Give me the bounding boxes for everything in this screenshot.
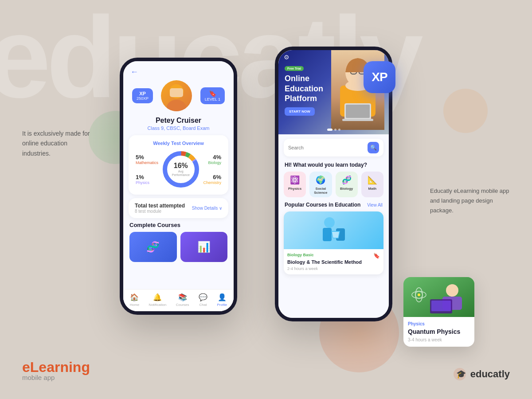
bio-label: 4% Biology: [203, 154, 221, 165]
biology-subject-label: Biology: [340, 187, 353, 191]
course-card-biology[interactable]: Biology Basic 🔖 Biology & The Scientific…: [284, 211, 383, 274]
svg-rect-29: [431, 301, 451, 311]
math-subject-icon: 📐: [363, 175, 382, 185]
xp-float-text: XP: [372, 70, 387, 84]
decorative-circle-peach: [443, 89, 488, 133]
total-test-subtitle: 8 test module: [135, 209, 185, 214]
nav-home[interactable]: 🏠 Home: [130, 293, 139, 307]
settings-icon[interactable]: ⚙: [284, 54, 289, 61]
complete-courses: Complete Courses 🧬 📊: [129, 222, 228, 262]
right-description: Educatly eLearning mobile app and landin…: [430, 186, 510, 215]
popular-courses-header: Popular Courses in Education View All: [278, 202, 389, 211]
chem-label: 6% Chemistry: [203, 174, 221, 185]
nav-home-label: Home: [130, 303, 139, 307]
physics-subject: Physics: [136, 180, 158, 185]
biology-course-image: [284, 211, 383, 249]
dot-2[interactable]: [334, 129, 336, 131]
svg-rect-4: [170, 88, 183, 97]
bio-subject: Biology: [203, 160, 221, 165]
total-test-card: Total test attempted 8 test module Show …: [129, 198, 228, 218]
math-pct: 5%: [136, 154, 144, 160]
floating-card-image: [403, 277, 474, 317]
weekly-test-title: Weekly Test Overview: [134, 141, 223, 146]
svg-rect-15: [346, 105, 370, 118]
svg-rect-22: [323, 228, 332, 241]
nav-profile[interactable]: 👤 Profile: [217, 293, 227, 307]
chat-icon: 💬: [199, 293, 207, 301]
floating-card-time: 3-4 hours a week: [408, 337, 470, 342]
donut-center: 16% AvgPerformance: [172, 162, 190, 177]
floating-card-body: Physics Quantum Physics 3-4 hours a week: [403, 317, 474, 347]
svg-point-20: [324, 217, 335, 228]
subject-physics[interactable]: ⚛️ Physics: [284, 172, 306, 197]
physics-subject-label: Physics: [288, 187, 301, 191]
nav-chat-label: Chat: [200, 303, 207, 307]
profile-name: Petey Cruiser: [123, 117, 234, 125]
physics-label: 1% Physics: [136, 174, 158, 185]
subject-social-science[interactable]: 🌍 Social Science: [309, 172, 332, 197]
course-card-dna[interactable]: 🧬: [129, 232, 177, 262]
subject-biology[interactable]: 🧬 Biology: [336, 172, 358, 197]
floating-course-card[interactable]: Physics Quantum Physics 3-4 hours a week: [403, 277, 474, 347]
courses-row: 🧬 📊: [129, 232, 227, 262]
popular-title: Popular Courses in Education: [285, 202, 360, 208]
weekly-test-card: Weekly Test Overview 5% Mathematics 1% P…: [129, 135, 228, 195]
notification-icon: 🔔: [153, 293, 162, 301]
left-description: It is exclusively made for online educat…: [22, 129, 93, 158]
avg-pct: 16%: [174, 162, 188, 169]
left-phone: ← XP 250XP 🔖 LEVEL 1 Petey Cruiser Class…: [120, 58, 237, 315]
biology-tag: Biology Basic: [287, 253, 314, 257]
svg-point-26: [446, 284, 458, 297]
physics-subject-icon: ⚛️: [286, 175, 304, 185]
subject-math[interactable]: 📐 Math: [361, 172, 383, 197]
social-science-icon: 🌍: [311, 175, 330, 185]
subjects-row: ⚛️ Physics 🌍 Social Science 🧬 Biology 📐 …: [278, 172, 389, 202]
physics-pct: 1%: [136, 174, 144, 180]
level-text: LEVEL 1: [205, 97, 220, 102]
nav-notification[interactable]: 🔔 Notification: [149, 293, 167, 307]
search-input[interactable]: [288, 145, 368, 150]
home-icon: 🏠: [130, 293, 139, 301]
courses-icon: 📚: [178, 293, 187, 301]
biology-course-time: 2-4 hours a week: [287, 266, 380, 271]
level-badge: 🔖 LEVEL 1: [200, 87, 225, 104]
nav-courses-label: Courses: [176, 303, 189, 307]
svg-text:🎓: 🎓: [456, 369, 466, 379]
start-now-button[interactable]: START NOW: [285, 107, 315, 116]
profile-section: XP 250XP 🔖 LEVEL 1: [123, 77, 234, 117]
view-all-button[interactable]: View All: [367, 203, 383, 207]
svg-point-33: [418, 293, 420, 296]
show-details-button[interactable]: Show Details ∨: [192, 206, 222, 211]
search-bar: 🔍: [284, 139, 383, 156]
donut-chart: 16% AvgPerformance: [161, 149, 201, 189]
xp-value: 250XP: [137, 96, 149, 101]
profile-screen: ← XP 250XP 🔖 LEVEL 1 Petey Cruiser Class…: [123, 61, 234, 311]
dot-3[interactable]: [338, 129, 340, 131]
nav-chat[interactable]: 💬 Chat: [199, 293, 207, 307]
biology-course-body: Biology Basic 🔖 Biology & The Scientific…: [284, 249, 383, 274]
search-button[interactable]: 🔍: [368, 142, 379, 153]
logo-icon: 🎓: [453, 367, 467, 381]
avatar: [161, 80, 192, 111]
bookmark-icon[interactable]: 🔖: [373, 253, 380, 259]
complete-courses-title: Complete Courses: [129, 222, 227, 228]
learn-section-title: HI! What would you learn today?: [278, 160, 389, 172]
level-icon: 🔖: [205, 90, 220, 97]
hero-content: Free Trial Online Education Platform STA…: [285, 63, 338, 116]
svg-rect-16: [342, 119, 373, 121]
dot-1[interactable]: [327, 129, 332, 131]
chart-left-labels: 5% Mathematics 1% Physics: [136, 154, 158, 185]
nav-courses[interactable]: 📚 Courses: [176, 293, 189, 307]
bottom-nav: 🏠 Home 🔔 Notification 📚 Courses 💬 Chat 👤…: [123, 289, 234, 311]
nav-notification-label: Notification: [149, 303, 167, 307]
course-card-math[interactable]: 📊: [180, 232, 228, 262]
floating-card-title: Quantum Physics: [408, 328, 470, 336]
total-test-info: Total test attempted 8 test module: [135, 203, 185, 214]
bio-pct: 4%: [213, 154, 221, 160]
back-button[interactable]: ←: [130, 67, 138, 77]
math-subject-label: Math: [368, 187, 377, 191]
biology-subject-icon: 🧬: [337, 175, 356, 185]
profile-class: Class 9, CBSC, Board Exam: [123, 125, 234, 135]
chem-subject: Chemistry: [203, 180, 221, 185]
bottom-branding: eLearning mobile app: [22, 359, 90, 381]
